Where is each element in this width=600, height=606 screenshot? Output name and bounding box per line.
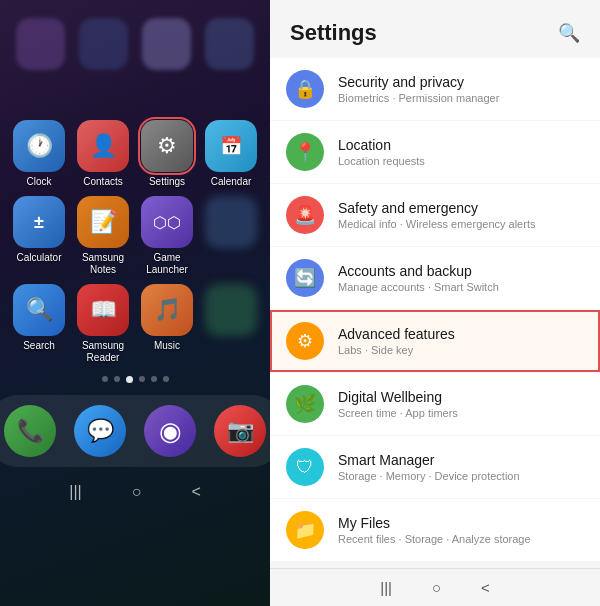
notes-label: Samsung Notes — [74, 252, 132, 276]
dot-6 — [163, 376, 169, 382]
wellbeing-sub: Screen time · App timers — [338, 407, 584, 419]
dot-4 — [139, 376, 145, 382]
music-label: Music — [154, 340, 180, 352]
advanced-icon: ⚙ — [286, 322, 324, 360]
settings-nav-back[interactable]: < — [481, 579, 490, 596]
security-icon: 🔒 — [286, 70, 324, 108]
contacts-icon: 👤 — [77, 120, 129, 172]
dock-samsung[interactable]: ◉ — [144, 405, 196, 457]
accounts-text: Accounts and backup Manage accounts · Sm… — [338, 263, 584, 293]
advanced-text: Advanced features Labs · Side key — [338, 326, 584, 356]
security-sub: Biometrics · Permission manager — [338, 92, 584, 104]
app-grid: 🕐 Clock 👤 Contacts ⚙ Settings 📅 Calendar… — [2, 120, 268, 364]
app-samsung-reader[interactable]: 📖 Samsung Reader — [74, 284, 132, 364]
accounts-sub: Manage accounts · Smart Switch — [338, 281, 584, 293]
nav-back[interactable]: < — [191, 483, 200, 501]
safety-sub: Medical info · Wireless emergency alerts — [338, 218, 584, 230]
advanced-name: Advanced features — [338, 326, 584, 342]
clock-label: Clock — [26, 176, 51, 188]
location-text: Location Location requests — [338, 137, 584, 167]
settings-item-location[interactable]: 📍 Location Location requests — [270, 121, 600, 183]
settings-icon: ⚙ — [141, 120, 193, 172]
settings-label: Settings — [149, 176, 185, 188]
smart-text: Smart Manager Storage · Memory · Device … — [338, 452, 584, 482]
app-settings[interactable]: ⚙ Settings — [138, 120, 196, 188]
settings-panel: Settings 🔍 🔒 Security and privacy Biomet… — [270, 0, 600, 606]
app-game-launcher[interactable]: ⬡⬡ Game Launcher — [138, 196, 196, 276]
files-sub: Recent files · Storage · Analyze storage — [338, 533, 584, 545]
music-icon: 🎵 — [141, 284, 193, 336]
app-contacts[interactable]: 👤 Contacts — [74, 120, 132, 188]
top-blurred-row — [0, 18, 270, 70]
security-name: Security and privacy — [338, 74, 584, 90]
contacts-label: Contacts — [83, 176, 122, 188]
settings-item-security[interactable]: 🔒 Security and privacy Biometrics · Perm… — [270, 58, 600, 120]
sreader-icon: 📖 — [77, 284, 129, 336]
blur-app-1 — [205, 196, 257, 248]
page-dots — [102, 376, 169, 383]
smart-name: Smart Manager — [338, 452, 584, 468]
app-search[interactable]: 🔍 Search — [10, 284, 68, 364]
settings-item-wellbeing[interactable]: 🌿 Digital Wellbeing Screen time · App ti… — [270, 373, 600, 435]
gamelauncher-icon: ⬡⬡ — [141, 196, 193, 248]
clock-icon: 🕐 — [13, 120, 65, 172]
settings-nav-home[interactable]: ○ — [432, 579, 441, 596]
settings-title: Settings — [290, 20, 377, 46]
settings-item-accounts[interactable]: 🔄 Accounts and backup Manage accounts · … — [270, 247, 600, 309]
settings-item-safety[interactable]: 🚨 Safety and emergency Medical info · Wi… — [270, 184, 600, 246]
security-text: Security and privacy Biometrics · Permis… — [338, 74, 584, 104]
smart-icon: 🛡 — [286, 448, 324, 486]
app-clock[interactable]: 🕐 Clock — [10, 120, 68, 188]
smart-sub: Storage · Memory · Device protection — [338, 470, 584, 482]
nav-home[interactable]: ○ — [132, 483, 142, 501]
safety-name: Safety and emergency — [338, 200, 584, 216]
settings-header: Settings 🔍 — [270, 0, 600, 58]
app-calculator[interactable]: ± Calculator — [10, 196, 68, 276]
sreader-label: Samsung Reader — [74, 340, 132, 364]
settings-search-button[interactable]: 🔍 — [558, 22, 580, 44]
settings-nav-menu[interactable]: ||| — [380, 579, 392, 596]
dock-camera[interactable]: 📷 — [214, 405, 266, 457]
search-label: Search — [23, 340, 55, 352]
wellbeing-icon: 🌿 — [286, 385, 324, 423]
calendar-label: Calendar — [211, 176, 252, 188]
dock-messages[interactable]: 💬 — [74, 405, 126, 457]
accounts-icon: 🔄 — [286, 259, 324, 297]
nav-menu[interactable]: ||| — [69, 483, 81, 501]
search-app-icon: 🔍 — [13, 284, 65, 336]
files-icon: 📁 — [286, 511, 324, 549]
app-samsung-notes[interactable]: 📝 Samsung Notes — [74, 196, 132, 276]
location-name: Location — [338, 137, 584, 153]
wellbeing-name: Digital Wellbeing — [338, 389, 584, 405]
dot-5 — [151, 376, 157, 382]
notes-icon: 📝 — [77, 196, 129, 248]
calculator-label: Calculator — [16, 252, 61, 264]
app-blur2 — [202, 284, 260, 364]
accounts-name: Accounts and backup — [338, 263, 584, 279]
wellbeing-text: Digital Wellbeing Screen time · App time… — [338, 389, 584, 419]
phone-screen: 🕐 Clock 👤 Contacts ⚙ Settings 📅 Calendar… — [0, 0, 270, 606]
advanced-sub: Labs · Side key — [338, 344, 584, 356]
location-sub: Location requests — [338, 155, 584, 167]
dot-1 — [102, 376, 108, 382]
files-text: My Files Recent files · Storage · Analyz… — [338, 515, 584, 545]
settings-nav-bar: ||| ○ < — [270, 568, 600, 606]
safety-icon: 🚨 — [286, 196, 324, 234]
app-calendar[interactable]: 📅 Calendar — [202, 120, 260, 188]
files-name: My Files — [338, 515, 584, 531]
calendar-icon: 📅 — [205, 120, 257, 172]
dock-phone[interactable]: 📞 — [4, 405, 56, 457]
calculator-icon: ± — [13, 196, 65, 248]
dot-3-active — [126, 376, 133, 383]
settings-list: 🔒 Security and privacy Biometrics · Perm… — [270, 58, 600, 568]
blur-app-2 — [205, 284, 257, 336]
phone-nav-bar: ||| ○ < — [69, 475, 200, 509]
settings-item-advanced[interactable]: ⚙ Advanced features Labs · Side key — [270, 310, 600, 372]
settings-item-smart[interactable]: 🛡 Smart Manager Storage · Memory · Devic… — [270, 436, 600, 498]
location-icon: 📍 — [286, 133, 324, 171]
app-music[interactable]: 🎵 Music — [138, 284, 196, 364]
gamelauncher-label: Game Launcher — [138, 252, 196, 276]
app-blur1 — [202, 196, 260, 276]
settings-item-files[interactable]: 📁 My Files Recent files · Storage · Anal… — [270, 499, 600, 561]
dock: 📞 💬 ◉ 📷 — [0, 395, 270, 467]
